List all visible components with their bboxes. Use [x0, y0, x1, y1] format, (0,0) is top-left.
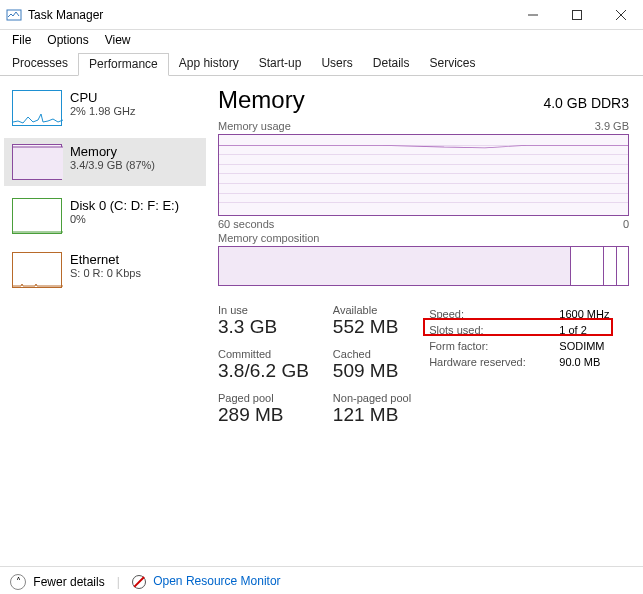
- menu-options[interactable]: Options: [39, 31, 96, 49]
- tab-startup[interactable]: Start-up: [249, 53, 312, 76]
- comp-seg-free: [617, 247, 628, 285]
- value-reserved: 90.0 MB: [559, 356, 629, 368]
- cpu-sparkline-icon: [12, 90, 62, 126]
- ethernet-sparkline-icon: [12, 252, 62, 288]
- tab-apphistory[interactable]: App history: [169, 53, 249, 76]
- sidebar-cpu-label: CPU: [70, 90, 135, 105]
- maximize-button[interactable]: [555, 0, 599, 30]
- label-form: Form factor:: [429, 340, 545, 352]
- svg-rect-5: [13, 147, 63, 179]
- usage-max: 3.9 GB: [595, 120, 629, 132]
- sidebar-item-ethernet[interactable]: Ethernet S: 0 R: 0 Kbps: [4, 246, 206, 294]
- usage-label: Memory usage: [218, 120, 291, 132]
- page-title: Memory: [218, 86, 305, 114]
- resource-monitor-icon: [132, 575, 146, 589]
- minimize-button[interactable]: [511, 0, 555, 30]
- value-cached: 509 MB: [333, 360, 411, 382]
- composition-label: Memory composition: [218, 232, 319, 244]
- window-title: Task Manager: [28, 8, 103, 22]
- open-resource-monitor-link[interactable]: Open Resource Monitor: [132, 574, 281, 589]
- tabs: Processes Performance App history Start-…: [0, 52, 643, 76]
- tab-performance[interactable]: Performance: [78, 53, 169, 76]
- menu-file[interactable]: File: [4, 31, 39, 49]
- tab-processes[interactable]: Processes: [2, 53, 78, 76]
- label-paged: Paged pool: [218, 392, 309, 404]
- stats-left: In use3.3 GB Available552 MB Committed3.…: [218, 304, 411, 426]
- disk-sparkline-icon: [12, 198, 62, 234]
- comp-seg-standby: [604, 247, 618, 285]
- memory-sparkline-icon: [12, 144, 62, 180]
- axis-right: 0: [623, 218, 629, 230]
- menubar: File Options View: [0, 30, 643, 50]
- tab-users[interactable]: Users: [311, 53, 362, 76]
- sidebar-item-cpu[interactable]: CPU 2% 1.98 GHz: [4, 84, 206, 132]
- chevron-up-icon: ˄: [10, 574, 26, 590]
- value-paged: 289 MB: [218, 404, 309, 426]
- label-nonpaged: Non-paged pool: [333, 392, 411, 404]
- sidebar-disk-label: Disk 0 (C: D: F: E:): [70, 198, 179, 213]
- label-inuse: In use: [218, 304, 309, 316]
- stats-right: Speed: 1600 MHz Slots used: 1 of 2 Form …: [429, 304, 629, 426]
- sidebar-disk-sub: 0%: [70, 213, 179, 225]
- fewer-details-button[interactable]: ˄ Fewer details: [10, 574, 105, 590]
- tab-services[interactable]: Services: [419, 53, 485, 76]
- main-panel: Memory 4.0 GB DDR3 Memory usage 3.9 GB 6…: [210, 76, 643, 566]
- axis-left: 60 seconds: [218, 218, 274, 230]
- sidebar-memory-sub: 3.4/3.9 GB (87%): [70, 159, 155, 171]
- app-icon: [6, 7, 22, 23]
- menu-view[interactable]: View: [97, 31, 139, 49]
- memory-capacity: 4.0 GB DDR3: [543, 95, 629, 111]
- label-reserved: Hardware reserved:: [429, 356, 545, 368]
- value-form: SODIMM: [559, 340, 629, 352]
- comp-seg-inuse: [219, 247, 571, 285]
- sidebar-cpu-sub: 2% 1.98 GHz: [70, 105, 135, 117]
- sidebar: CPU 2% 1.98 GHz Memory 3.4/3.9 GB (87%) …: [0, 76, 210, 566]
- label-cached: Cached: [333, 348, 411, 360]
- window-controls: [511, 0, 643, 30]
- fewer-details-label: Fewer details: [33, 574, 104, 588]
- label-committed: Committed: [218, 348, 309, 360]
- footer: ˄ Fewer details | Open Resource Monitor: [0, 566, 643, 594]
- memory-usage-graph: [218, 134, 629, 216]
- sidebar-item-memory[interactable]: Memory 3.4/3.9 GB (87%): [4, 138, 206, 186]
- value-committed: 3.8/6.2 GB: [218, 360, 309, 382]
- memory-composition-bar: [218, 246, 629, 286]
- divider: |: [117, 575, 120, 589]
- comp-seg-modified: [571, 247, 604, 285]
- tab-details[interactable]: Details: [363, 53, 420, 76]
- svg-rect-2: [573, 10, 582, 19]
- titlebar[interactable]: Task Manager: [0, 0, 643, 30]
- sidebar-memory-label: Memory: [70, 144, 155, 159]
- value-inuse: 3.3 GB: [218, 316, 309, 338]
- highlight-box: [423, 318, 613, 336]
- label-available: Available: [333, 304, 411, 316]
- sidebar-ethernet-sub: S: 0 R: 0 Kbps: [70, 267, 141, 279]
- sidebar-item-disk[interactable]: Disk 0 (C: D: F: E:) 0%: [4, 192, 206, 240]
- value-available: 552 MB: [333, 316, 411, 338]
- resource-monitor-label: Open Resource Monitor: [153, 574, 280, 588]
- value-nonpaged: 121 MB: [333, 404, 411, 426]
- close-button[interactable]: [599, 0, 643, 30]
- sidebar-ethernet-label: Ethernet: [70, 252, 141, 267]
